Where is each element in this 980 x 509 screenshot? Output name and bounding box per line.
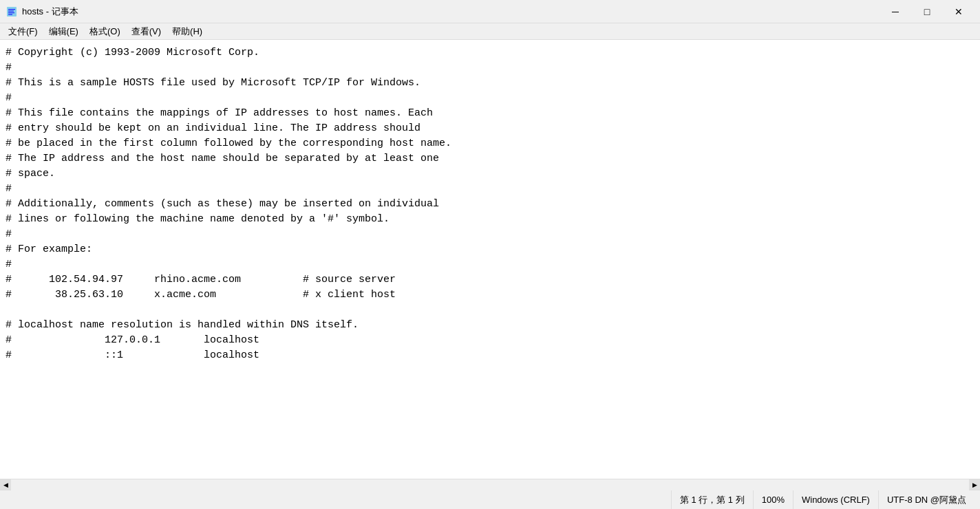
encoding: UTF-8 DN @阿黛点 bbox=[878, 490, 974, 509]
svg-rect-4 bbox=[8, 14, 12, 14]
editor-content[interactable]: # Copyright (c) 1993-2009 Microsoft Corp… bbox=[0, 40, 980, 479]
menu-format[interactable]: 格式(O) bbox=[84, 24, 126, 39]
title-bar: hosts - 记事本 ─ □ ✕ bbox=[0, 0, 980, 23]
zoom-level: 100% bbox=[753, 490, 793, 509]
scroll-left-arrow[interactable]: ◀ bbox=[0, 479, 11, 490]
menu-edit[interactable]: 编辑(E) bbox=[43, 24, 84, 39]
menu-file[interactable]: 文件(F) bbox=[3, 24, 43, 39]
maximize-button[interactable]: □ bbox=[911, 0, 943, 23]
cursor-position: 第 1 行，第 1 列 bbox=[671, 490, 753, 509]
menu-help[interactable]: 帮助(H) bbox=[167, 24, 208, 39]
horizontal-scrollbar[interactable]: ◀ ▶ bbox=[0, 479, 980, 490]
scroll-track[interactable] bbox=[11, 479, 969, 490]
editor-area[interactable]: # Copyright (c) 1993-2009 Microsoft Corp… bbox=[0, 40, 980, 479]
window-title: hosts - 记事本 bbox=[22, 6, 880, 18]
window-controls[interactable]: ─ □ ✕ bbox=[880, 0, 974, 23]
close-button[interactable]: ✕ bbox=[943, 0, 974, 23]
status-bar: 第 1 行，第 1 列 100% Windows (CRLF) UTF-8 DN… bbox=[0, 490, 980, 509]
menu-bar: 文件(F) 编辑(E) 格式(O) 查看(V) 帮助(H) bbox=[0, 23, 980, 40]
menu-view[interactable]: 查看(V) bbox=[126, 24, 167, 39]
line-ending: Windows (CRLF) bbox=[793, 490, 878, 509]
svg-rect-1 bbox=[8, 9, 15, 10]
minimize-button[interactable]: ─ bbox=[880, 0, 911, 23]
svg-rect-0 bbox=[7, 7, 17, 17]
svg-rect-2 bbox=[8, 10, 14, 11]
svg-rect-3 bbox=[8, 12, 14, 13]
app-icon bbox=[6, 6, 18, 18]
scroll-right-arrow[interactable]: ▶ bbox=[969, 479, 980, 490]
